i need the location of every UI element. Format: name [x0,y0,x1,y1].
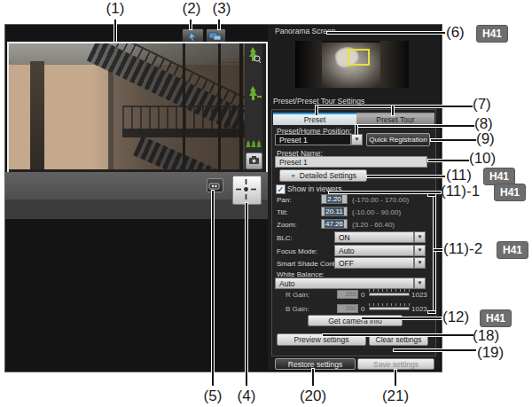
zoom-out-icon[interactable] [247,86,262,102]
b-gain-label: B Gain: [286,305,309,313]
focus-mode-select-arrow[interactable]: ▼ [414,245,426,256]
b-gain-slider[interactable] [369,303,410,311]
view-toggle-button[interactable] [207,178,223,192]
white-balance-select-arrow[interactable]: ▼ [414,278,426,289]
show-in-viewers-checkbox[interactable]: ✓ [276,184,286,194]
callout-line-9 [431,139,476,141]
chevron-down-icon: ▼ [355,137,360,142]
panorama-title: Panorama Screen [275,27,336,35]
panorama-image[interactable] [295,41,409,88]
panorama-selection-box[interactable] [348,49,370,66]
chevron-down-icon: ▼ [418,234,423,239]
screenshot-root: Panorama Screen Preset/Preset Tour Setti… [0,0,532,407]
camera-icon [247,154,261,166]
check-icon: ✓ [277,184,284,194]
smart-shade-select-arrow[interactable]: ▼ [414,257,426,269]
tab-preset[interactable]: Preset [273,113,356,125]
screen-size-button[interactable] [206,28,226,43]
callout-line-8 [356,125,474,127]
zoom-range: (3.20 - 60.40) [352,221,395,229]
pan-value[interactable]: 2.20 [321,194,348,204]
tilt-value[interactable]: 20.11 [321,207,348,216]
preset-home-select[interactable]: Preset 1 [275,134,351,145]
r-gain-input[interactable]: 355 [337,290,358,299]
control-strip-lower [5,200,268,219]
shadow-overlay [9,43,245,169]
dots-icon [207,181,221,192]
preset-home-select-arrow[interactable]: ▼ [351,134,363,145]
restore-settings-button[interactable]: Restore settings [275,358,356,370]
screens-icon [207,31,223,42]
zoom-value[interactable]: 47.26 [321,219,348,229]
blc-select[interactable]: ON [334,231,414,243]
callout-line-11-2 [434,249,442,251]
callout-11-2: (11)-2 [443,240,482,258]
zoom-label: Zoom: [277,221,297,229]
focus-mode-select[interactable]: Auto [334,245,414,256]
callout-line-21 [395,370,396,386]
video-frame [7,42,268,175]
chevron-down-icon: ▼ [418,260,423,265]
callout-line-1 [114,20,116,42]
tilt-label: Tilt: [277,208,288,216]
callout-11-2-badge: H41 [497,241,528,259]
quick-registration-button[interactable]: Quick Registration [366,133,430,146]
tilt-range: (-10.00 - 90.00) [352,208,401,216]
panorama-right-pillar [380,41,409,88]
focus-mode-label: Focus Mode: [277,247,317,255]
callout-bracket-11-2-top [428,194,435,196]
callout-line-11-1 [329,192,441,193]
detailed-settings-button[interactable]: ▼Detailed Settings [279,169,367,182]
expand-arrow-icon: ▼ [290,173,296,179]
callout-11-1: (11)-1 [441,183,480,200]
zoom-in-icon[interactable] [247,47,261,64]
callout-19: (19) [477,344,504,362]
snapshot-button[interactable] [246,153,262,169]
blc-select-arrow[interactable]: ▼ [414,231,426,243]
callout-1: (1) [96,0,135,18]
b-gain-input[interactable]: 356 [337,304,358,313]
smart-shade-select[interactable]: OFF [334,257,414,269]
r-gain-max: 1023 [411,291,427,299]
callout-bracket-11-2-bottom [428,311,435,313]
pan-label: Pan: [277,196,291,204]
chevron-down-icon: ▼ [418,247,423,253]
save-settings-button[interactable]: Save settings [357,358,434,370]
callout-line-20 [312,369,314,386]
white-balance-select[interactable]: Auto [275,278,414,289]
b-gain-max: 1023 [411,305,427,313]
callout-12-badge: H41 [480,309,512,327]
b-gain-min: 0 [361,305,364,313]
callout-line-7b [392,106,394,115]
callout-line-2 [190,20,192,29]
callout-6-badge: H41 [476,25,508,43]
callout-line-8a [356,125,357,135]
detailed-settings-label: Detailed Settings [300,171,356,180]
chevron-down-icon: ▼ [418,280,423,286]
callout-9: (9) [476,130,495,148]
callout-line-19 [394,349,476,351]
preset-name-input[interactable]: Preset 1 [275,156,427,168]
control-strip [5,172,268,200]
callout-line-18 [323,334,473,336]
r-gain-min: 0 [361,291,364,299]
callout-7: (7) [473,96,491,113]
callout-18: (18) [473,327,499,345]
callout-line-6 [327,32,445,34]
video-preview[interactable] [9,43,245,169]
get-camera-info-button[interactable]: Get camera info [308,315,403,326]
center-position-button[interactable] [232,176,262,205]
callout-6: (6) [446,24,465,42]
tab-preset-tour[interactable]: Preset Tour [356,113,434,125]
callout-10: (10) [469,150,496,168]
callout-12: (12) [442,309,469,326]
mouse-operation-button[interactable] [182,28,204,43]
zoom-indicator-icons [246,139,262,149]
callout-line-3 [218,20,220,29]
r-gain-slider[interactable] [369,289,410,297]
callout-line-4 [246,203,247,386]
callout-line-11 [367,176,445,177]
callout-3: (3) [202,0,241,18]
callout-11: (11) [446,167,472,184]
crosshair-icon [233,176,259,202]
